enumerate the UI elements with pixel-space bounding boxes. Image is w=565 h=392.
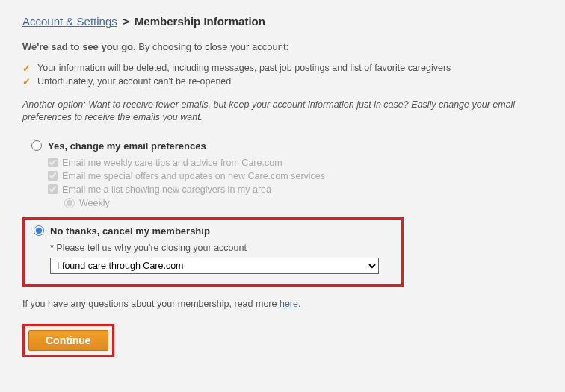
footer-before: If you have any questions about your mem… (22, 299, 280, 309)
footer-link-here[interactable]: here (280, 299, 298, 309)
option-no-row[interactable]: No thanks, cancel my membership (34, 225, 392, 237)
checkbox-special-offers (48, 171, 58, 181)
sub-check-label: Email me weekly care tips and advice fro… (62, 158, 282, 168)
continue-button-highlight: Continue (22, 324, 114, 357)
reason-select[interactable]: I found care through Care.com (50, 258, 379, 274)
sub-radio-label: Weekly (79, 198, 110, 208)
breadcrumb-current: Membership Information (135, 15, 265, 28)
checkbox-new-caregivers (48, 184, 58, 194)
sub-check-row: Email me special offers and updates on n… (48, 171, 543, 181)
bullet-item: Your information will be deleted, includ… (22, 63, 543, 73)
sub-radio-row: Weekly (48, 198, 543, 208)
option-yes-label: Yes, change my email preferences (48, 140, 206, 152)
breadcrumb-separator: > (123, 15, 129, 28)
sub-check-row: Email me weekly care tips and advice fro… (48, 158, 543, 168)
sub-options: Email me weekly care tips and advice fro… (22, 158, 543, 208)
breadcrumb-link-account-settings[interactable]: Account & Settings (22, 15, 117, 28)
intro-rest: By choosing to close your account: (136, 41, 289, 52)
intro-text: We're sad to see you go. By choosing to … (22, 41, 543, 52)
bullet-item: Unfortunately, your account can't be re-… (22, 76, 543, 87)
option-no-label: No thanks, cancel my membership (50, 225, 210, 237)
footer-text: If you have any questions about your mem… (22, 299, 543, 309)
radio-frequency-weekly (64, 198, 75, 208)
sub-check-label: Email me a list showing new caregivers i… (62, 184, 271, 195)
sub-check-row: Email me a list showing new caregivers i… (48, 184, 543, 195)
radio-no-cancel-membership[interactable] (34, 225, 44, 236)
option-yes-row[interactable]: Yes, change my email preferences (22, 140, 543, 152)
intro-bold: We're sad to see you go. (22, 41, 136, 52)
reason-label: * Please tell us why you're closing your… (34, 243, 392, 253)
continue-button[interactable]: Continue (28, 330, 108, 351)
footer-after: . (298, 299, 300, 309)
note-text: Another option: Want to receive fewer em… (22, 99, 543, 124)
checkbox-weekly-tips (48, 158, 58, 167)
info-bullets: Your information will be deleted, includ… (22, 63, 543, 87)
breadcrumb: Account & Settings > Membership Informat… (22, 15, 543, 28)
cancel-membership-box: No thanks, cancel my membership * Please… (22, 217, 404, 287)
sub-check-label: Email me special offers and updates on n… (62, 171, 325, 181)
radio-yes-change-prefs[interactable] (31, 140, 42, 151)
